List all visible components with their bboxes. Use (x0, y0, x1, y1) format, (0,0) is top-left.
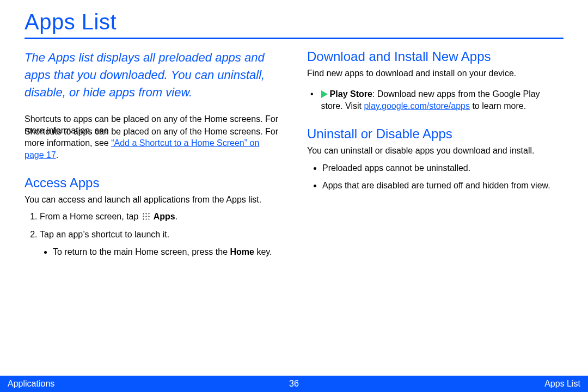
intro-paragraph: The Apps list displays all preloaded app… (24, 49, 281, 101)
footer-page-number: 36 (289, 379, 299, 389)
step2-sub-c: key. (254, 247, 272, 256)
access-steps-list: From a Home screen, tap Apps. Tap an app… (24, 211, 281, 258)
two-column-layout: The Apps list displays all preloaded app… (24, 49, 564, 258)
download-intro: Find new apps to download and install on… (307, 68, 564, 79)
access-apps-heading: Access Apps (24, 175, 281, 191)
playstore-content: Play Store: Download new apps from the G… (321, 88, 564, 113)
step2-sub-home: Home (230, 247, 254, 256)
step1-text-a: From a Home screen, tap (40, 212, 141, 221)
page-title: Apps List (24, 10, 564, 34)
apps-grid-icon (142, 212, 150, 220)
uninstall-bullet-2: Apps that are disabled are turned off an… (322, 180, 564, 192)
footer-section: Applications (8, 379, 54, 389)
footer-topic: Apps List (544, 379, 580, 389)
step2-sub-a: To return to the main Home screen, press… (53, 247, 230, 256)
playstore-bullet: • Play Store: Download new apps from the… (307, 88, 564, 113)
right-column: Download and Install New Apps Find new a… (307, 49, 564, 258)
access-step-1: From a Home screen, tap Apps. (40, 211, 281, 223)
play-store-icon (321, 90, 328, 98)
playstore-label: Play Store (330, 89, 372, 99)
playstore-link[interactable]: play.google.com/store/apps (364, 101, 469, 111)
left-column: The Apps list displays all preloaded app… (24, 49, 281, 258)
bullet-dot: • (310, 88, 314, 100)
playstore-text-b: to learn more. (470, 101, 526, 111)
download-heading: Download and Install New Apps (307, 49, 564, 64)
shortcuts-paragraph-full: Shortcuts to apps can be placed on any o… (24, 126, 281, 161)
title-rule (24, 38, 564, 39)
uninstall-heading: Uninstall or Disable Apps (307, 126, 564, 142)
step2-sub-item: To return to the main Home screen, press… (53, 246, 281, 258)
step2-text: Tap an app’s shortcut to launch it. (40, 230, 169, 239)
access-apps-intro: You can access and launch all applicatio… (24, 194, 281, 206)
uninstall-bullet-1: Preloaded apps cannot be uninstalled. (322, 162, 564, 174)
uninstall-intro: You can uninstall or disable apps you do… (307, 145, 564, 157)
step1-apps-label: Apps (151, 212, 175, 221)
manual-page: Apps List The Apps list displays all pre… (0, 0, 588, 392)
step2-sublist: To return to the main Home screen, press… (40, 246, 281, 258)
shortcuts-text-b: . (56, 150, 58, 160)
access-step-2: Tap an app’s shortcut to launch it. To r… (40, 229, 281, 259)
step1-text-c: . (175, 212, 177, 221)
uninstall-bullets: Preloaded apps cannot be uninstalled. Ap… (307, 162, 564, 192)
page-footer: Applications 36 Apps List (0, 376, 588, 392)
